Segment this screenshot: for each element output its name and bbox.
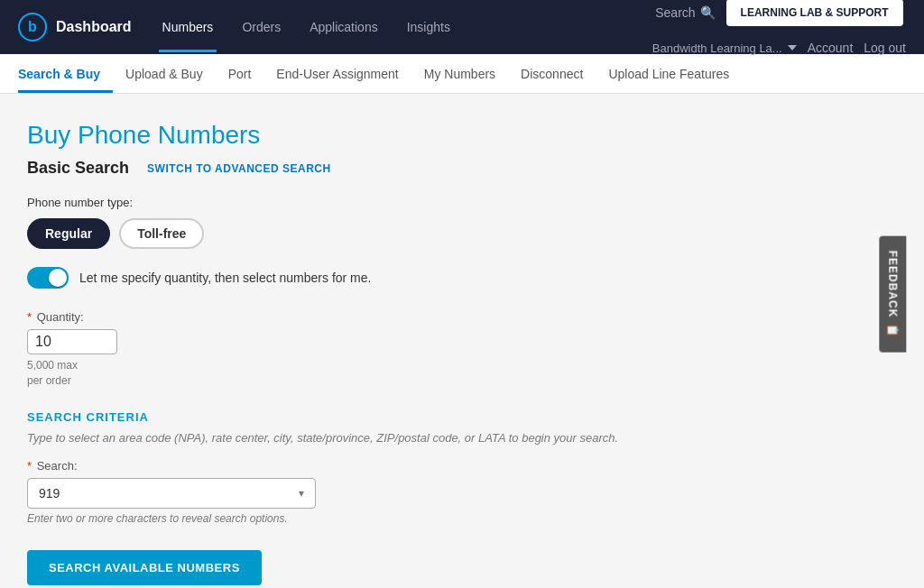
phone-type-row: Regular Toll-free — [27, 218, 897, 249]
feedback-icon: 📋 — [887, 323, 900, 337]
search-field-row: * Search: ▾ Enter two or more characters… — [27, 459, 897, 525]
account-dropdown-text: Bandwidth Learning La... — [652, 41, 782, 55]
logout-link[interactable]: Log out — [864, 41, 906, 55]
toggle-row: Let me specify quantity, then select num… — [27, 267, 897, 289]
sub-nav-port[interactable]: Port — [216, 54, 264, 93]
phone-number-type-label: Phone number type: — [27, 196, 897, 209]
search-required-star: * — [27, 459, 32, 473]
nav-numbers[interactable]: Numbers — [159, 2, 217, 52]
quantity-label-text: Quantity: — [37, 310, 84, 324]
nav-applications[interactable]: Applications — [306, 2, 382, 52]
toggle-knob — [49, 269, 67, 287]
sub-nav-upload-line-features[interactable]: Upload Line Features — [596, 54, 742, 93]
switch-to-advanced-link[interactable]: SWITCH TO ADVANCED SEARCH — [147, 162, 331, 175]
quantity-hint-line2: per order — [27, 374, 71, 387]
logo-text: Dashboard — [56, 19, 132, 35]
sub-nav-end-user-assignment[interactable]: End-User Assignment — [263, 54, 411, 93]
required-star: * — [27, 310, 32, 324]
sub-nav-upload-buy[interactable]: Upload & Buy — [113, 54, 216, 93]
search-input-wrapper: ▾ — [27, 478, 316, 509]
logo-icon: b — [18, 13, 47, 41]
basic-search-label: Basic Search — [27, 159, 129, 178]
chevron-down-icon — [788, 45, 797, 51]
top-nav: b Dashboard Numbers Orders Applications … — [0, 0, 924, 54]
regular-type-button[interactable]: Regular — [27, 218, 110, 249]
search-input-hint: Enter two or more characters to reveal s… — [27, 512, 897, 525]
learning-lab-button[interactable]: LEARNING LAB & SUPPORT — [726, 0, 903, 26]
search-criteria-heading: SEARCH CRITERIA — [27, 410, 897, 424]
logo-area[interactable]: b Dashboard — [18, 13, 132, 41]
search-link[interactable]: Search 🔍 — [655, 5, 715, 20]
nav-insights[interactable]: Insights — [403, 2, 454, 52]
top-nav-right: Search 🔍 LEARNING LAB & SUPPORT Bandwidt… — [652, 0, 906, 55]
top-nav-right-row2: Bandwidth Learning La... Account Log out — [652, 41, 906, 55]
account-link[interactable]: Account — [808, 41, 854, 55]
nav-links: Numbers Orders Applications Insights — [159, 2, 454, 52]
toll-free-type-button[interactable]: Toll-free — [119, 218, 204, 249]
top-nav-left: b Dashboard Numbers Orders Applications … — [18, 2, 454, 52]
sub-nav-disconnect[interactable]: Disconnect — [508, 54, 596, 93]
quantity-toggle[interactable] — [27, 267, 69, 289]
quantity-input-wrapper — [27, 329, 117, 354]
toggle-label: Let me specify quantity, then select num… — [79, 271, 371, 285]
search-type-row: Basic Search SWITCH TO ADVANCED SEARCH — [27, 159, 897, 178]
search-criteria-hint: Type to select an area code (NPA), rate … — [27, 431, 897, 445]
search-field-label: * Search: — [27, 459, 897, 473]
search-text: Search — [655, 5, 695, 20]
search-icon: 🔍 — [700, 5, 716, 20]
quantity-input[interactable] — [35, 334, 107, 350]
account-dropdown[interactable]: Bandwidth Learning La... — [652, 41, 797, 55]
feedback-label: FEEDBACK — [887, 251, 900, 318]
main-content: Buy Phone Numbers Basic Search SWITCH TO… — [0, 94, 924, 588]
chevron-dropdown-icon[interactable]: ▾ — [299, 487, 304, 500]
nav-orders[interactable]: Orders — [238, 2, 284, 52]
sub-nav: Search & Buy Upload & Buy Port End-User … — [0, 54, 924, 94]
page-title: Buy Phone Numbers — [27, 121, 897, 150]
quantity-hint-line1: 5,000 max — [27, 359, 78, 372]
feedback-tab[interactable]: FEEDBACK 📋 — [880, 236, 907, 353]
search-available-numbers-button[interactable]: SEARCH AVAILABLE NUMBERS — [27, 550, 262, 585]
quantity-hint: 5,000 max per order — [27, 358, 897, 389]
search-input[interactable] — [39, 486, 299, 501]
sub-nav-search-buy[interactable]: Search & Buy — [18, 54, 113, 93]
sub-nav-my-numbers[interactable]: My Numbers — [411, 54, 508, 93]
logo-symbol: b — [28, 19, 37, 35]
quantity-section: * Quantity: 5,000 max per order — [27, 310, 897, 389]
quantity-label: * Quantity: — [27, 310, 897, 324]
search-label-text: Search: — [37, 459, 78, 473]
top-nav-right-row1: Search 🔍 LEARNING LAB & SUPPORT — [655, 0, 902, 26]
